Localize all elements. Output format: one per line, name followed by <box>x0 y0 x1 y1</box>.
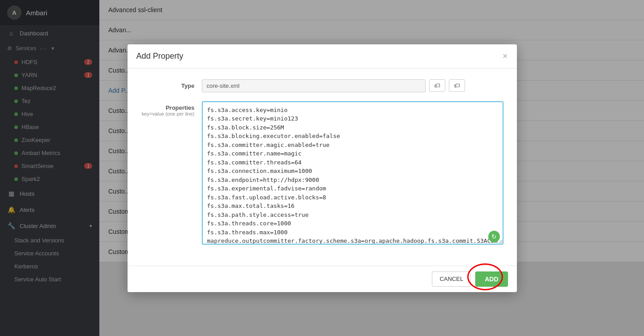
type-label: Type <box>141 79 195 89</box>
properties-label: Properties key=value (one per line) <box>141 101 195 116</box>
properties-textarea-wrapper: ↻ <box>202 101 503 246</box>
add-button-wrapper: ADD <box>475 271 508 287</box>
modal-title: Add Property <box>136 52 183 61</box>
modal-header: Add Property × <box>128 44 517 69</box>
tag-button-2[interactable]: 🏷 <box>449 79 465 92</box>
refresh-button[interactable]: ↻ <box>488 231 500 242</box>
type-form-row: Type 🏷 🏷 <box>141 79 503 92</box>
modal-overlay: Add Property × Type 🏷 🏷 Properties key=v… <box>0 0 644 336</box>
properties-textarea[interactable] <box>202 101 503 245</box>
add-button[interactable]: ADD <box>475 271 508 287</box>
properties-form-row: Properties key=value (one per line) ↻ <box>141 101 503 246</box>
modal-body: Type 🏷 🏷 Properties key=value (one per l… <box>128 69 517 266</box>
modal-footer: CANCEL ADD <box>128 266 517 292</box>
type-control-group: 🏷 🏷 <box>202 79 503 92</box>
cancel-button[interactable]: CANCEL <box>432 271 471 287</box>
type-input[interactable] <box>202 79 426 92</box>
properties-sublabel: key=value (one per line) <box>141 111 195 116</box>
tag-button-1[interactable]: 🏷 <box>429 79 445 92</box>
modal-close-button[interactable]: × <box>503 52 508 60</box>
add-property-modal: Add Property × Type 🏷 🏷 Properties key=v… <box>128 44 517 292</box>
